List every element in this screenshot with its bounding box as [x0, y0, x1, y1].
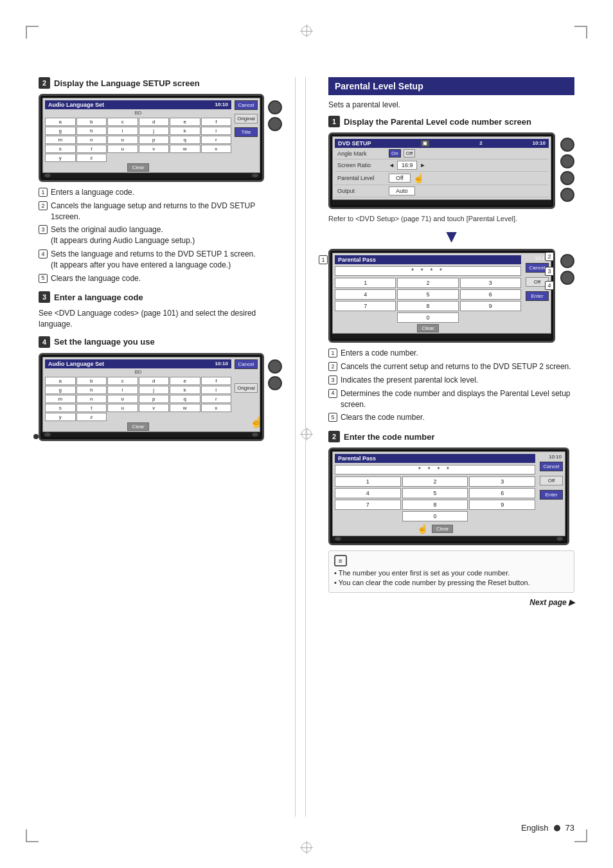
clear-btn2[interactable]: Clear: [127, 422, 148, 431]
key-q[interactable]: q: [170, 136, 200, 144]
key-i[interactable]: i: [107, 127, 138, 135]
numpad2-3[interactable]: 3: [469, 476, 535, 487]
key-w[interactable]: w: [170, 145, 200, 153]
key-z[interactable]: z: [76, 154, 107, 162]
key-p[interactable]: p: [139, 136, 170, 144]
key2-k[interactable]: k: [170, 386, 200, 394]
dvd-side-btn2[interactable]: [560, 154, 574, 168]
key2-y[interactable]: y: [45, 413, 76, 421]
key-r[interactable]: r: [201, 136, 232, 144]
key2-o[interactable]: o: [107, 395, 138, 403]
key-n[interactable]: n: [76, 136, 107, 144]
numpad-6[interactable]: 6: [460, 289, 521, 300]
key-m[interactable]: m: [45, 136, 76, 144]
key-b[interactable]: b: [76, 118, 107, 126]
numpad-7[interactable]: 7: [335, 301, 396, 311]
key2-w[interactable]: w: [170, 404, 200, 412]
key2-a[interactable]: a: [45, 377, 76, 385]
key-s[interactable]: s: [45, 145, 76, 153]
off-btn[interactable]: Off: [404, 149, 416, 158]
original-btn-s2[interactable]: Original: [235, 383, 258, 393]
key-e[interactable]: e: [170, 118, 200, 126]
key2-u[interactable]: u: [107, 404, 138, 412]
key-h[interactable]: h: [76, 127, 107, 135]
cancel-pp2[interactable]: Cancel: [540, 462, 563, 471]
clear-btn-p1[interactable]: Clear: [417, 324, 438, 332]
key2-x[interactable]: x: [201, 404, 232, 412]
numpad-4[interactable]: 4: [335, 289, 396, 300]
key2-n[interactable]: n: [76, 395, 107, 403]
numpad-3[interactable]: 3: [460, 278, 521, 288]
key2-j[interactable]: j: [139, 386, 170, 394]
key2-i[interactable]: i: [107, 386, 138, 394]
title-btn-s1[interactable]: Title: [235, 127, 258, 137]
arrow-left-icon[interactable]: ◄: [389, 162, 395, 168]
key-l[interactable]: l: [201, 127, 232, 135]
key2-b[interactable]: b: [76, 377, 107, 385]
cancel-btn-s2[interactable]: Cancel: [235, 359, 258, 369]
key-c[interactable]: c: [107, 118, 138, 126]
numpad-2[interactable]: 2: [397, 278, 458, 288]
key-f[interactable]: f: [201, 118, 232, 126]
key2-d[interactable]: d: [139, 377, 170, 385]
numpad2-8[interactable]: 8: [402, 500, 468, 510]
clear-btn-p2[interactable]: Clear: [432, 525, 453, 533]
numpad2-9[interactable]: 9: [469, 500, 535, 510]
key2-q[interactable]: q: [170, 395, 200, 403]
arrow-right-icon[interactable]: ►: [420, 162, 425, 168]
numpad2-6[interactable]: 6: [469, 488, 535, 498]
key2-e[interactable]: e: [170, 377, 200, 385]
enter-pp1[interactable]: Enter: [526, 291, 549, 301]
key-j[interactable]: j: [139, 127, 170, 135]
numpad2-1[interactable]: 1: [335, 476, 401, 487]
key2-c[interactable]: c: [107, 377, 138, 385]
numpad-1[interactable]: 1: [335, 278, 396, 288]
cancel-btn-s1[interactable]: Cancel: [235, 100, 258, 110]
key-g[interactable]: g: [45, 127, 76, 135]
key-o[interactable]: o: [107, 136, 138, 144]
key-k[interactable]: k: [170, 127, 200, 135]
item3-text: Sets the original audio language.(It app…: [51, 224, 195, 246]
original-btn-s1[interactable]: Original: [235, 114, 258, 123]
numpad2-4[interactable]: 4: [335, 488, 401, 498]
key2-v[interactable]: v: [139, 404, 170, 412]
key-u[interactable]: u: [107, 145, 138, 153]
key2-f[interactable]: f: [201, 377, 232, 385]
key-y[interactable]: y: [45, 154, 76, 162]
enter-pp2[interactable]: Enter: [540, 490, 563, 500]
side-btn-s2-1[interactable]: [268, 359, 282, 374]
key2-m[interactable]: m: [45, 395, 76, 403]
numpad-5[interactable]: 5: [397, 289, 458, 300]
dvd-side-btn1[interactable]: [560, 138, 574, 152]
numpad-0[interactable]: 0: [397, 312, 458, 323]
key2-s[interactable]: s: [45, 404, 76, 412]
numpad2-2[interactable]: 2: [402, 476, 468, 487]
numpad2-5[interactable]: 5: [402, 488, 468, 498]
key2-l[interactable]: l: [201, 386, 232, 394]
key-d[interactable]: d: [139, 118, 170, 126]
clear-btn[interactable]: Clear: [127, 163, 148, 172]
key-t[interactable]: t: [76, 145, 107, 153]
key2-h[interactable]: h: [76, 386, 107, 394]
key-x[interactable]: x: [201, 145, 232, 153]
side-btn-1[interactable]: [268, 100, 282, 114]
key2-r[interactable]: r: [201, 395, 232, 403]
numpad2-0[interactable]: 0: [402, 511, 468, 521]
dvd-side-btn3[interactable]: [560, 171, 574, 185]
numpad-9[interactable]: 9: [460, 301, 521, 311]
pp1-side-btn2[interactable]: [560, 271, 574, 285]
key2-z[interactable]: z: [76, 413, 107, 421]
off-pp2[interactable]: Off: [540, 476, 563, 485]
key-v[interactable]: v: [139, 145, 170, 153]
side-btn-2[interactable]: [268, 117, 282, 131]
key2-t[interactable]: t: [76, 404, 107, 412]
numpad-8[interactable]: 8: [397, 301, 458, 311]
side-btn-s2-2[interactable]: [268, 376, 282, 390]
dvd-side-btn4[interactable]: [560, 188, 574, 202]
key2-p[interactable]: p: [139, 395, 170, 403]
on-btn[interactable]: On: [389, 149, 401, 158]
numpad2-7[interactable]: 7: [335, 500, 401, 510]
key2-g[interactable]: g: [45, 386, 76, 394]
pp1-side-btn1[interactable]: [560, 254, 574, 268]
key-a[interactable]: a: [45, 118, 76, 126]
